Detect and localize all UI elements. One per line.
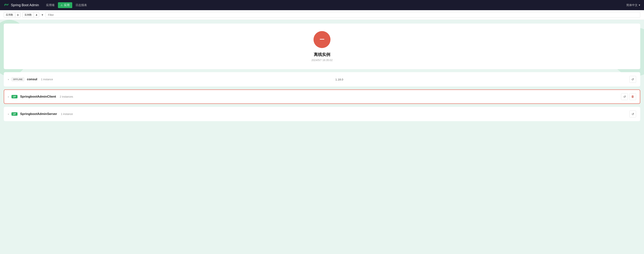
instance-count-badge[interactable]: 实例数 4 [22, 12, 39, 18]
app-instances-consul: 1 instance [41, 78, 53, 81]
app-instances-springboot-admin-client: 2 instances [60, 95, 73, 98]
expand-icon-springboot-admin-client[interactable]: › [8, 95, 9, 98]
brand-label: Spring Boot Admin [11, 3, 39, 7]
app-actions-springboot-admin-client: ↺🗑 [621, 93, 636, 100]
app-count-value: 3 [15, 13, 20, 17]
status-badge-springboot-admin-server: UP [12, 112, 18, 116]
navbar: Spring Boot Admin 应用墙 ⚠ 应用 日志报表 简体中文 ▾ [0, 0, 644, 10]
filter-input[interactable] [46, 12, 640, 18]
delete-button-springboot-admin-client[interactable]: 🗑 [629, 93, 636, 100]
instance-count-label: 实例数 [22, 13, 34, 17]
app-name-consul: consul [27, 77, 37, 81]
history-button-springboot-admin-client[interactable]: ↺ [621, 93, 628, 100]
status-badge-consul: OFFLINE [12, 77, 24, 81]
app-instances-springboot-admin-server: 1 instance [61, 112, 73, 115]
history-button-springboot-admin-server[interactable]: ↺ [629, 111, 636, 117]
app-count-label: 应用数 [4, 13, 15, 17]
offline-title: 离线实例 [8, 52, 636, 57]
offline-status-icon: − [314, 31, 330, 48]
app-row-consul: › OFFLINE consul 1 instance 1.18.0 ↺ [4, 72, 640, 86]
expand-icon-springboot-admin-server[interactable]: › [8, 112, 9, 115]
app-row-springboot-admin-server: › UP SpringbootAdminServer 1 instance ↺ [4, 107, 640, 121]
main-content: − 离线实例 2024/5/7 16:35:02 › OFFLINE consu… [0, 20, 644, 254]
expand-icon-consul[interactable]: › [8, 78, 9, 81]
chevron-down-icon: ▾ [639, 4, 640, 7]
app-list: › OFFLINE consul 1 instance 1.18.0 ↺ › U… [4, 72, 640, 121]
brand-icon [4, 3, 9, 8]
nav-apps-wall[interactable]: 应用墙 [44, 2, 57, 8]
app-count-badge[interactable]: 应用数 3 [4, 12, 20, 18]
filter-bar: 应用数 3 实例数 4 ▼ [0, 10, 644, 20]
history-button-consul[interactable]: ↺ [629, 76, 636, 83]
warning-icon: ⚠ [60, 4, 63, 7]
app-actions-consul: ↺ [629, 76, 636, 83]
filter-icon[interactable]: ▼ [41, 13, 44, 16]
language-selector[interactable]: 简体中文 ▾ [626, 4, 640, 7]
offline-timestamp: 2024/5/7 16:35:02 [8, 59, 636, 62]
app-row-springboot-admin-client: › UP SpringbootAdminClient 2 instances ↺… [4, 89, 640, 104]
status-badge-springboot-admin-client: UP [12, 95, 18, 98]
app-name-springboot-admin-client: SpringbootAdminClient [20, 95, 56, 98]
app-version-consul: 1.18.0 [335, 78, 343, 81]
offline-card: − 离线实例 2024/5/7 16:35:02 [4, 24, 640, 69]
brand[interactable]: Spring Boot Admin [4, 3, 39, 8]
app-name-springboot-admin-server: SpringbootAdminServer [20, 112, 57, 116]
nav-logs[interactable]: 日志报表 [73, 2, 90, 8]
nav-apps[interactable]: ⚠ 应用 [58, 2, 72, 8]
instance-count-value: 4 [34, 13, 39, 17]
app-actions-springboot-admin-server: ↺ [629, 111, 636, 117]
